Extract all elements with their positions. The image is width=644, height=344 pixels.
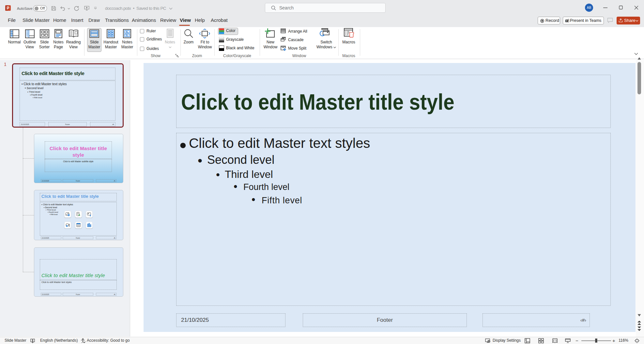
svg-text:P: P xyxy=(7,6,9,10)
svg-text:T: T xyxy=(566,20,568,22)
